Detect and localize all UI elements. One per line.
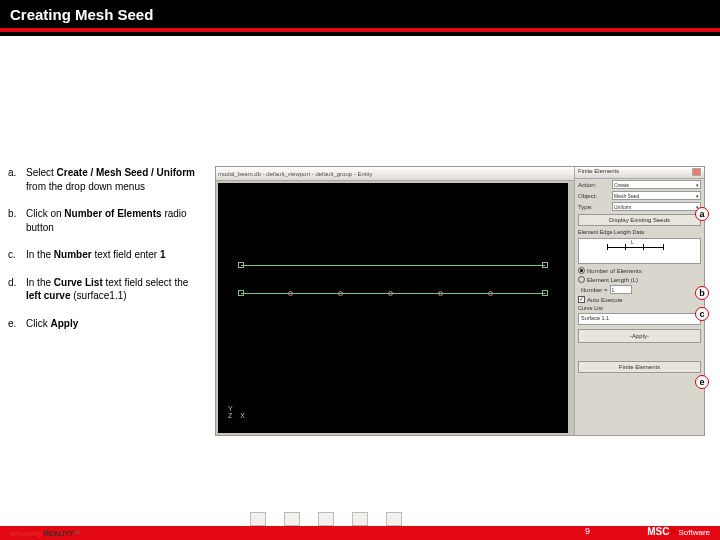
curve-list-label: Curve List (575, 304, 704, 312)
auto-execute-checkbox[interactable] (578, 296, 585, 303)
instruction-steps: a. Select Create / Mesh Seed / Uniform f… (0, 36, 205, 496)
num-elements-label: Number of Elements (587, 268, 642, 274)
number-input[interactable]: 1 (610, 285, 632, 294)
type-select[interactable]: Uniform (612, 202, 701, 211)
slide-header: Creating Mesh Seed (0, 0, 720, 36)
action-label: Action: (578, 182, 610, 188)
display-seeds-button[interactable]: Display Existing Seeds (578, 214, 701, 226)
callout-c: c (695, 307, 709, 321)
window-title: modal_beam.db - default_viewport - defau… (218, 171, 372, 177)
footer-icon (284, 512, 300, 526)
action-select[interactable]: Create (612, 180, 701, 189)
footer-icon (250, 512, 266, 526)
object-label: Object: (578, 193, 610, 199)
callout-e: e (695, 375, 709, 389)
number-label: Number = (581, 287, 608, 293)
msc-logo: MSC✕Software (647, 525, 710, 538)
step-e: e. Click Apply (8, 317, 199, 331)
tagline: simulating REALITY™ (10, 530, 80, 537)
callout-a: a (695, 207, 709, 221)
footer-icon (318, 512, 334, 526)
edge-diagram: L (578, 238, 701, 264)
footer-icon (386, 512, 402, 526)
type-label: Type: (578, 204, 610, 210)
geometry (238, 265, 548, 295)
step-b: b. Click on Number of Elements radio but… (8, 207, 199, 234)
curve-list-input[interactable]: Surface 1.1 (578, 313, 701, 325)
slide-title: Creating Mesh Seed (10, 6, 153, 23)
screenshot-area: modal_beam.db - default_viewport - defau… (205, 36, 720, 496)
finite-elements-panel: Finite Elements Action: Create Object: M… (574, 167, 704, 435)
app-window: modal_beam.db - default_viewport - defau… (215, 166, 705, 436)
auto-execute-label: Auto Execute (587, 297, 623, 303)
step-a: a. Select Create / Mesh Seed / Uniform f… (8, 166, 199, 193)
page-number: 9 (585, 526, 590, 536)
object-select[interactable]: Mesh Seed (612, 191, 701, 200)
axis-triad: YZX (228, 405, 245, 419)
elem-length-radio[interactable] (578, 276, 585, 283)
elem-length-label: Element Length (L) (587, 277, 638, 283)
panel-titlebar[interactable]: Finite Elements (575, 167, 704, 179)
panel-close-icon[interactable] (692, 168, 701, 176)
graphics-viewport[interactable]: YZX (218, 183, 568, 433)
step-c: c. In the Number text field enter 1 (8, 248, 199, 262)
footer-icon (352, 512, 368, 526)
edge-data-label: Element Edge Length Data (575, 228, 704, 236)
step-d: d. In the Curve List text field select t… (8, 276, 199, 303)
callout-b: b (695, 286, 709, 300)
slide-footer: simulating REALITY™ 9 MSC✕Software (0, 502, 720, 540)
apply-button[interactable]: -Apply- (578, 329, 701, 343)
footer-icons (250, 512, 402, 526)
slide-body: a. Select Create / Mesh Seed / Uniform f… (0, 36, 720, 496)
num-elements-radio[interactable] (578, 267, 585, 274)
finite-elements-button[interactable]: Finite Elements (578, 361, 701, 373)
